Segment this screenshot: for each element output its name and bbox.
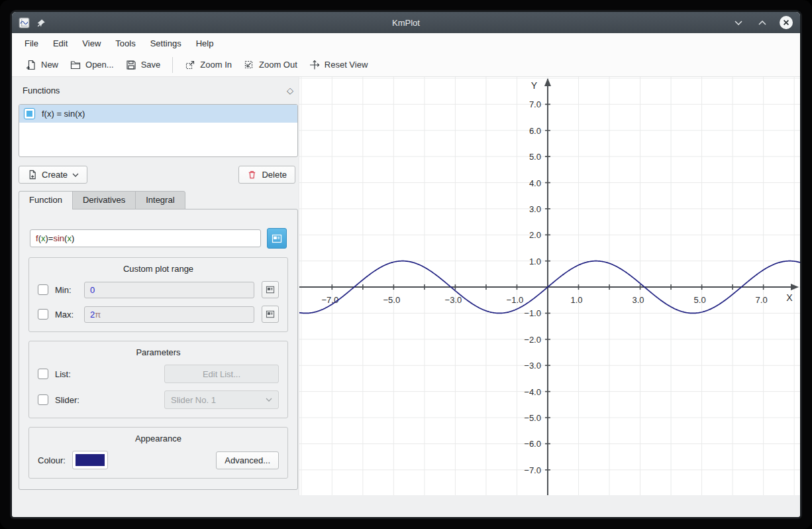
- save-button[interactable]: Save: [120, 56, 167, 74]
- slider-label: Slider:: [55, 395, 164, 405]
- edit-list-button: Edit List...: [164, 365, 279, 383]
- svg-text:X: X: [786, 292, 793, 303]
- svg-text:6.0: 6.0: [529, 126, 541, 136]
- tab-function[interactable]: Function: [19, 191, 73, 209]
- max-checkbox[interactable]: [38, 309, 48, 320]
- min-checkbox[interactable]: [38, 284, 48, 295]
- tab-derivatives[interactable]: Derivatives: [72, 191, 136, 209]
- zoom-in-label: Zoom In: [200, 60, 232, 70]
- function-tab-page: f(x) = sin(x) Custom plot range Min:: [19, 209, 298, 490]
- min-input[interactable]: 0: [84, 282, 254, 298]
- svg-text:−1.0: −1.0: [524, 308, 541, 318]
- min-label: Min:: [55, 285, 84, 295]
- minimize-button[interactable]: [731, 15, 746, 30]
- svg-text:5.0: 5.0: [694, 295, 706, 305]
- svg-text:2.0: 2.0: [529, 230, 541, 240]
- function-list-item-label: f(x) = sin(x): [42, 109, 85, 119]
- parameters-group: Parameters List: Edit List... Slider: Sl…: [28, 341, 288, 418]
- list-checkbox[interactable]: [38, 369, 48, 379]
- reset-view-button[interactable]: Reset View: [303, 56, 374, 74]
- sine-plot: −7.0−5.0−3.0−1.01.03.05.07.0−7.0−6.0−5.0…: [299, 77, 800, 495]
- svg-text:5.0: 5.0: [529, 152, 541, 162]
- min-editor-button[interactable]: [262, 281, 279, 298]
- menu-help[interactable]: Help: [189, 35, 221, 52]
- reset-view-icon: [309, 60, 320, 70]
- svg-text:1.0: 1.0: [570, 295, 582, 305]
- svg-text:−5.0: −5.0: [524, 413, 541, 423]
- app-icon[interactable]: [19, 17, 30, 29]
- zoom-in-icon: [185, 60, 195, 70]
- menu-edit[interactable]: Edit: [46, 35, 75, 52]
- menu-settings[interactable]: Settings: [143, 35, 189, 52]
- appearance-title: Appearance: [38, 434, 279, 443]
- trash-icon: [247, 170, 257, 180]
- open-button[interactable]: Open...: [64, 56, 120, 74]
- delete-label: Delete: [262, 170, 287, 180]
- list-label: List:: [55, 369, 164, 379]
- menu-view[interactable]: View: [75, 35, 108, 52]
- zoom-out-button[interactable]: Zoom Out: [238, 56, 303, 74]
- svg-text:7.0: 7.0: [756, 295, 768, 305]
- custom-plot-range-title: Custom plot range: [38, 264, 279, 274]
- toolbar-separator: [172, 57, 173, 73]
- reset-view-label: Reset View: [325, 60, 368, 70]
- svg-text:3.0: 3.0: [633, 295, 644, 305]
- new-label: New: [41, 60, 58, 70]
- svg-text:−3.0: −3.0: [524, 361, 541, 371]
- svg-text:Y: Y: [531, 80, 538, 91]
- min-editor-icon: [266, 286, 275, 294]
- menu-tools[interactable]: Tools: [108, 35, 142, 52]
- dock-float-icon[interactable]: ◇: [285, 86, 295, 95]
- kmplot-window: KmPlot File Edit View Tools Settings Hel…: [12, 12, 800, 517]
- function-visible-checkbox[interactable]: [24, 108, 35, 119]
- toolbar: New Open... Save Zoom In: [12, 53, 800, 77]
- menu-file[interactable]: File: [17, 35, 46, 52]
- equation-input[interactable]: f(x) = sin(x): [30, 229, 261, 247]
- title-bar[interactable]: KmPlot: [12, 12, 800, 33]
- desktop: KmPlot File Edit View Tools Settings Hel…: [0, 0, 812, 529]
- svg-text:7.0: 7.0: [529, 99, 541, 109]
- colour-swatch-button[interactable]: [72, 451, 108, 469]
- max-editor-icon: [266, 310, 275, 318]
- zoom-out-label: Zoom Out: [259, 60, 297, 70]
- create-button[interactable]: Create: [19, 166, 87, 184]
- svg-text:−1.0: −1.0: [507, 295, 524, 305]
- menu-bar: File Edit View Tools Settings Help: [12, 33, 800, 53]
- svg-text:−5.0: −5.0: [383, 295, 401, 305]
- max-input[interactable]: 2π: [84, 306, 254, 323]
- svg-text:−6.0: −6.0: [524, 439, 541, 449]
- zoom-in-button[interactable]: Zoom In: [179, 56, 238, 74]
- plot-view[interactable]: −7.0−5.0−3.0−1.01.03.05.07.0−7.0−6.0−5.0…: [299, 77, 800, 495]
- max-editor-button[interactable]: [262, 306, 279, 323]
- svg-text:3.0: 3.0: [529, 204, 541, 214]
- tab-integral[interactable]: Integral: [135, 191, 185, 209]
- editor-tabs: Function Derivatives Integral: [19, 191, 298, 209]
- svg-text:−4.0: −4.0: [524, 387, 541, 397]
- delete-button[interactable]: Delete: [238, 166, 295, 184]
- slider-checkbox[interactable]: [38, 394, 48, 405]
- create-document-icon: [27, 170, 37, 180]
- functions-panel: Functions ◇ f(x) = sin(x) Create: [12, 77, 299, 495]
- functions-panel-title: Functions: [23, 86, 60, 95]
- new-document-icon: [26, 60, 36, 70]
- maximize-button[interactable]: [755, 15, 770, 30]
- parameters-title: Parameters: [38, 347, 279, 357]
- slider-combobox-value: Slider No. 1: [171, 395, 216, 405]
- equation-editor-button[interactable]: [267, 228, 287, 249]
- svg-text:−3.0: −3.0: [445, 295, 462, 305]
- colour-label: Colour:: [38, 455, 66, 465]
- function-list-item[interactable]: f(x) = sin(x): [19, 105, 297, 123]
- slider-combobox: Slider No. 1: [164, 390, 279, 409]
- function-list[interactable]: f(x) = sin(x): [19, 104, 298, 157]
- chevron-down-icon: [72, 173, 79, 177]
- window-title: KmPlot: [12, 18, 800, 28]
- custom-plot-range-group: Custom plot range Min: 0: [28, 257, 288, 332]
- status-bar: [12, 495, 800, 517]
- zoom-out-icon: [244, 60, 254, 70]
- svg-text:−7.0: −7.0: [524, 465, 541, 475]
- close-button[interactable]: [779, 15, 793, 30]
- equation-editor-icon: [272, 234, 282, 243]
- new-button[interactable]: New: [20, 56, 64, 74]
- pin-icon[interactable]: [36, 18, 46, 28]
- advanced-button[interactable]: Advanced...: [216, 451, 279, 469]
